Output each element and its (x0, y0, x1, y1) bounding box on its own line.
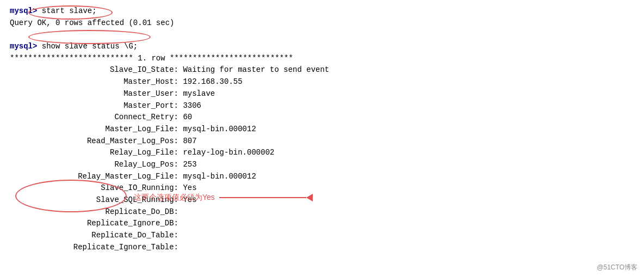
kv-read-master-log-pos: Read_Master_Log_Pos: 807 (10, 136, 634, 148)
kv-slave-sql-running: Slave_SQL_Running: Yes (10, 194, 634, 206)
kv-master-port: Master_Port: 3306 (10, 100, 634, 112)
annotation-text: 这两个选项值必须为Yes (134, 192, 215, 204)
kv-replicate-do-db: Replicate_Do_DB: (10, 206, 634, 218)
kv-replicate-ignore-table: Replicate_Ignore_Table: (10, 242, 634, 254)
annotation-container: 这两个选项值必须为Yes (131, 192, 313, 204)
kv-relay-master-log-file: Relay_Master_Log_File: mysql-bin.000012 (10, 171, 634, 183)
cmd-text-2: show slave status \G; (42, 42, 138, 51)
kv-replicate-ignore-db: Replicate_Ignore_DB: (10, 218, 634, 230)
arrow-head (306, 194, 313, 201)
cmd-line-1: mysql> start slave; (10, 5, 634, 17)
watermark: @51CTO博客 (597, 262, 637, 273)
kv-master-log-file: Master_Log_File: mysql-bin.000012 (10, 124, 634, 136)
kv-replicate-do-table: Replicate_Do_Table: (10, 230, 634, 242)
arrow-graphic (219, 194, 313, 201)
arrow-line (219, 197, 306, 198)
kv-slave-io-state: Slave_IO_State: Waiting for master to se… (10, 64, 634, 76)
prompt-2: mysql> (10, 42, 42, 51)
terminal: mysql> start slave; Query OK, 0 rows aff… (0, 0, 644, 276)
prompt-1: mysql> (10, 7, 42, 15)
kv-relay-log-file: Relay_Log_File: relay-log-bin.000002 (10, 147, 634, 159)
kv-connect-retry: Connect_Retry: 60 (10, 112, 634, 124)
query-ok-line: Query OK, 0 rows affected (0.01 sec) (10, 17, 634, 29)
kv-master-user: Master_User: myslave (10, 88, 634, 100)
kv-master-host: Master_Host: 192.168.30.55 (10, 76, 634, 88)
cmd-line-2: mysql> show slave status \G; (10, 41, 634, 53)
kv-slave-io-running: Slave_IO_Running: Yes (10, 182, 634, 194)
stars-row: *************************** 1. row *****… (10, 53, 634, 65)
blank-line (10, 29, 634, 41)
cmd-text-1: start slave; (42, 7, 97, 15)
query-ok-text: Query OK, 0 rows affected (0.01 sec) (10, 19, 174, 27)
kv-relay-log-pos: Relay_Log_Pos: 253 (10, 159, 634, 171)
